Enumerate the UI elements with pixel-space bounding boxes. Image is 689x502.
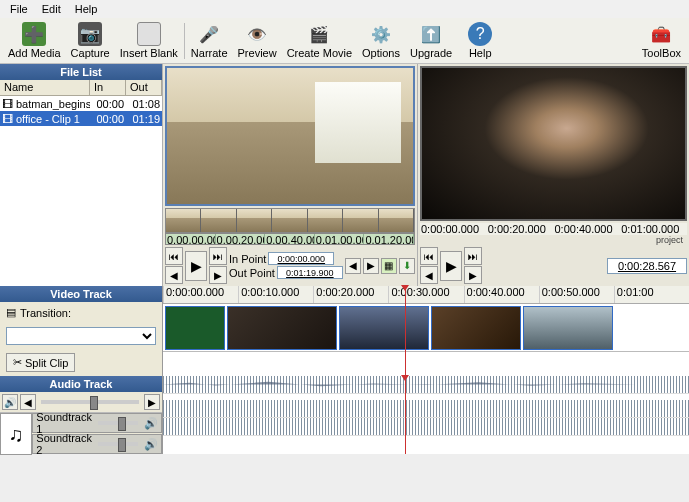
music-note-icon: ♫ bbox=[0, 413, 32, 455]
preview-button[interactable]: 👁️Preview bbox=[234, 20, 281, 61]
clip-thumb[interactable] bbox=[339, 306, 429, 350]
audio-track-section: Audio Track 🔊 ◀ ▶ ♫ Soundtrack 1 🔊 Sound… bbox=[0, 376, 689, 454]
main-toolbar: ➕Add Media 📷Capture Insert Blank 🎤Narrat… bbox=[0, 18, 689, 64]
add-media-icon: ➕ bbox=[22, 22, 46, 46]
next-track-button[interactable]: ▶ bbox=[144, 394, 160, 410]
video-track-section: Video Track ▤ Transition: ✂Split Clip 0:… bbox=[0, 286, 689, 376]
movie-transport: ⏮ ◀ ▶ ⏭ ▶ bbox=[418, 245, 689, 286]
file-row[interactable]: 🎞 office - Clip 1 00:00 01:19 bbox=[0, 111, 162, 126]
mark-in-button[interactable]: ◀ bbox=[345, 258, 361, 274]
clip-icon: 🎞 bbox=[0, 113, 14, 125]
insert-blank-button[interactable]: Insert Blank bbox=[116, 20, 182, 61]
volume-slider[interactable] bbox=[41, 400, 139, 404]
blank-icon bbox=[137, 22, 161, 46]
capture-button[interactable]: 📷Capture bbox=[67, 20, 114, 61]
playhead[interactable] bbox=[405, 286, 406, 376]
play-button[interactable]: ▶ bbox=[185, 251, 207, 281]
file-list-header: File List bbox=[0, 64, 162, 80]
movie-skip-end-button[interactable]: ⏭ bbox=[464, 247, 482, 265]
movie-skip-start-button[interactable]: ⏮ bbox=[420, 247, 438, 265]
filmstrip[interactable] bbox=[165, 208, 415, 233]
transition-text: Transition: bbox=[20, 307, 71, 319]
clip-thumb[interactable] bbox=[165, 306, 225, 350]
file-in: 00:00 bbox=[90, 98, 126, 110]
transition-label: ▤ bbox=[6, 306, 16, 319]
speaker-icon: 🔊 bbox=[144, 417, 158, 430]
toolbox-button[interactable]: 🧰ToolBox bbox=[638, 20, 685, 61]
movie-preview-video[interactable] bbox=[420, 66, 687, 221]
help-icon: ? bbox=[468, 22, 492, 46]
movie-step-back-button[interactable]: ◀ bbox=[420, 266, 438, 284]
col-name[interactable]: Name bbox=[0, 80, 90, 95]
skip-end-button[interactable]: ⏭ bbox=[209, 247, 227, 265]
eye-icon: 👁️ bbox=[245, 22, 269, 46]
movie-play-button[interactable]: ▶ bbox=[440, 251, 462, 281]
in-point-field[interactable] bbox=[268, 252, 334, 265]
soundtrack-1-volume[interactable] bbox=[98, 421, 138, 425]
prev-track-button[interactable]: ◀ bbox=[20, 394, 36, 410]
file-list-columns: Name In Out bbox=[0, 80, 162, 96]
split-clip-button[interactable]: ✂Split Clip bbox=[6, 353, 75, 372]
step-back-button[interactable]: ◀ bbox=[165, 266, 183, 284]
movie-timecodes: 0:00:00.0000:00:20.0000:00:40.0000:01:00… bbox=[420, 223, 687, 235]
clip-thumb[interactable] bbox=[227, 306, 337, 350]
create-movie-button[interactable]: 🎬Create Movie bbox=[283, 20, 356, 61]
file-list-panel: File List Name In Out 🎞 batman_begins_32… bbox=[0, 64, 163, 286]
video-track-header: Video Track bbox=[0, 286, 162, 302]
soundtrack-2-label: Soundtrack 2 bbox=[36, 432, 92, 456]
audio-timeline[interactable] bbox=[163, 376, 689, 454]
options-button[interactable]: ⚙️Options bbox=[358, 20, 404, 61]
in-point-label: In Point bbox=[229, 253, 266, 265]
step-fwd-button[interactable]: ▶ bbox=[209, 266, 227, 284]
file-list-body[interactable]: 🎞 batman_begins_320... 00:00 01:08 🎞 off… bbox=[0, 96, 162, 286]
menu-edit[interactable]: Edit bbox=[36, 2, 67, 16]
clip-thumb[interactable] bbox=[431, 306, 521, 350]
skip-start-button[interactable]: ⏮ bbox=[165, 247, 183, 265]
col-out[interactable]: Out bbox=[126, 80, 162, 95]
clip-preview-panel: 0.00.00.0000.00.20.0000.00.40.0000.01.00… bbox=[163, 64, 418, 286]
clip-icon: 🎞 bbox=[0, 98, 14, 110]
file-row[interactable]: 🎞 batman_begins_320... 00:00 01:08 bbox=[0, 96, 162, 111]
upgrade-button[interactable]: ⬆️Upgrade bbox=[406, 20, 456, 61]
clip-preview-video[interactable] bbox=[165, 66, 415, 206]
clip-thumb[interactable] bbox=[523, 306, 613, 350]
clips-row[interactable] bbox=[163, 304, 689, 352]
col-in[interactable]: In bbox=[90, 80, 126, 95]
transition-select[interactable] bbox=[6, 327, 156, 345]
insert-clip-button[interactable]: ⬇ bbox=[399, 258, 415, 274]
clip-transport: ⏮ ◀ ▶ ⏭ ▶ In Point Out Point ◀ ▶ ▦ ⬇ bbox=[163, 245, 417, 286]
menu-file[interactable]: File bbox=[4, 2, 34, 16]
soundtrack-row-1[interactable]: Soundtrack 1 🔊 bbox=[32, 413, 162, 433]
add-clip-button[interactable]: ▦ bbox=[381, 258, 397, 274]
soundtrack-row-2[interactable]: Soundtrack 2 🔊 bbox=[32, 434, 162, 454]
file-name: office - Clip 1 bbox=[14, 113, 90, 125]
gear-icon: ⚙️ bbox=[369, 22, 393, 46]
mark-out-button[interactable]: ▶ bbox=[363, 258, 379, 274]
speaker-icon: 🔊 bbox=[144, 438, 158, 451]
out-point-field[interactable] bbox=[277, 266, 343, 279]
add-media-button[interactable]: ➕Add Media bbox=[4, 20, 65, 61]
file-out: 01:19 bbox=[126, 113, 162, 125]
audio-playhead[interactable] bbox=[405, 376, 406, 454]
help-button[interactable]: ?Help bbox=[458, 20, 502, 61]
narrate-button[interactable]: 🎤Narrate bbox=[187, 20, 232, 61]
movie-preview-panel: 0:00:00.0000:00:20.0000:00:40.0000:01:00… bbox=[418, 64, 689, 286]
waveform-track-2[interactable] bbox=[163, 418, 689, 436]
scissors-icon: ✂ bbox=[13, 356, 22, 369]
movie-position-field[interactable] bbox=[607, 258, 687, 274]
timeline-ruler[interactable]: 0:00:00.0000:00:10.0000:00:20.0000:00:30… bbox=[163, 286, 689, 304]
movie-step-fwd-button[interactable]: ▶ bbox=[464, 266, 482, 284]
movie-icon: 🎬 bbox=[307, 22, 331, 46]
soundtrack-2-volume[interactable] bbox=[98, 442, 138, 446]
video-timeline[interactable]: 0:00:00.0000:00:10.0000:00:20.0000:00:30… bbox=[163, 286, 689, 376]
upgrade-icon: ⬆️ bbox=[419, 22, 443, 46]
waveform-main[interactable] bbox=[163, 376, 689, 394]
file-name: batman_begins_320... bbox=[14, 98, 90, 110]
microphone-icon: 🎤 bbox=[197, 22, 221, 46]
mute-button[interactable]: 🔊 bbox=[2, 394, 18, 410]
menu-help[interactable]: Help bbox=[69, 2, 104, 16]
file-in: 00:00 bbox=[90, 113, 126, 125]
audio-track-header: Audio Track bbox=[0, 376, 162, 392]
waveform-track-1[interactable] bbox=[163, 400, 689, 418]
project-label: project bbox=[418, 235, 689, 245]
